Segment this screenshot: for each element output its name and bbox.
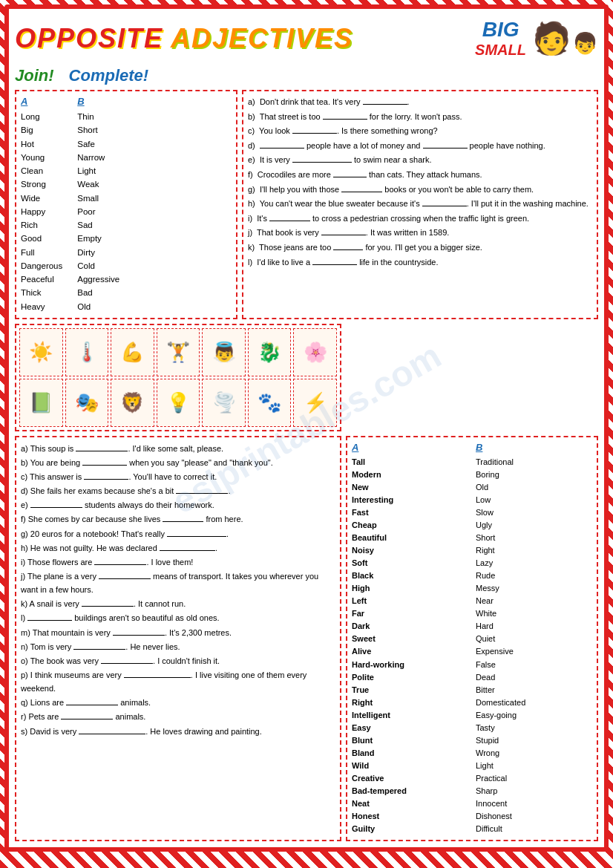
- sentence-item: f) Crocodiles are more than cats. They a…: [248, 169, 592, 182]
- list-item: Stupid: [476, 734, 592, 747]
- sentence-line: j) The plane is a very means of transpor…: [21, 570, 335, 596]
- list-item: Near: [476, 595, 592, 607]
- list-item: Easy-going: [476, 709, 592, 722]
- adj-col-b-header: B: [476, 442, 592, 453]
- bottom-section: a) This soup is . I'd like some salt, pl…: [15, 436, 598, 841]
- header-right: BIG SMALL 🧑 👦: [468, 18, 598, 59]
- sentence-item: g) I'll help you with those books or you…: [248, 183, 592, 197]
- list-item: Happy: [21, 206, 62, 218]
- sentence-line: f) She comes by car because she lives fr…: [21, 512, 335, 526]
- list-item: Dirty: [77, 247, 119, 259]
- list-item: Clean: [21, 165, 62, 177]
- list-item: Light: [476, 760, 592, 772]
- image-cell: 💡: [157, 379, 200, 427]
- title-adjectives: ADJECTIVES: [171, 23, 353, 54]
- list-item: Bad-tempered: [352, 785, 468, 797]
- list-item: Practical: [476, 772, 592, 785]
- image-cell: 📗: [19, 379, 63, 427]
- image-cell: 🦁: [111, 379, 154, 427]
- list-item: Hot: [21, 138, 62, 151]
- list-item: Short: [476, 532, 592, 544]
- image-cell: 🏋️: [157, 328, 200, 376]
- small-text: SMALL: [475, 42, 526, 59]
- list-item: Dark: [352, 620, 468, 633]
- image-cell: 🌪️: [202, 379, 246, 427]
- sentence-item: c) You look . Is there something wrong?: [248, 125, 592, 138]
- sentence-item: e) It is very to swim near a shark.: [248, 154, 592, 167]
- adj-col-b: B Traditional Boring Old Low Slow Ugly S…: [476, 442, 592, 835]
- subheader: Join! Complete!: [15, 66, 598, 85]
- list-item: Domesticated: [476, 696, 592, 709]
- list-item: Easy: [352, 722, 468, 734]
- list-item: Rude: [476, 570, 592, 582]
- image-cell: 🐉: [248, 328, 292, 376]
- sentence-item: j) That book is very . It was written in…: [248, 226, 592, 240]
- image-cell: ⚡: [293, 379, 337, 427]
- list-item: Right: [476, 544, 592, 557]
- list-item: Messy: [476, 582, 592, 595]
- list-item: Empty: [77, 232, 119, 245]
- image-cell: 💪: [111, 328, 154, 376]
- list-item: Old: [77, 301, 119, 313]
- sentences-section: a) This soup is . I'd like some salt, pl…: [15, 436, 341, 841]
- adj-col-a-header: A: [352, 442, 468, 453]
- image-cell: ☀️: [19, 328, 63, 376]
- list-item: Quiet: [476, 633, 592, 645]
- sentence-line: r) Pets are animals.: [21, 710, 335, 723]
- sentence-line: c) This answer is . You'll have to corre…: [21, 470, 335, 483]
- list-item: Innocent: [476, 797, 592, 810]
- title-block: OPPOSITE ADJECTIVES: [15, 23, 353, 54]
- col-a-header: A: [21, 96, 62, 107]
- top-section: A Long Big Hot Young Clean Strong Wide H…: [15, 90, 598, 319]
- list-item: Aggressive: [77, 273, 119, 286]
- sentence-line: a) This soup is . I'd like some salt, pl…: [21, 442, 335, 455]
- col-a: A Long Big Hot Young Clean Strong Wide H…: [21, 96, 62, 313]
- sentence-line: l) buildings aren't so beautiful as old …: [21, 611, 335, 624]
- list-item: Noisy: [352, 544, 468, 557]
- list-item: Hard-working: [352, 659, 468, 671]
- join-section: A Long Big Hot Young Clean Strong Wide H…: [15, 90, 237, 319]
- join-label: Join!: [15, 66, 54, 85]
- list-item: Light: [77, 165, 119, 177]
- list-item: Good: [21, 232, 62, 245]
- sentence-line: n) Tom is very . He never lies.: [21, 640, 335, 653]
- list-item: Heavy: [21, 301, 62, 313]
- list-item: Small: [77, 192, 119, 205]
- list-item: Bland: [352, 747, 468, 760]
- sentence-line: b) You are being when you say "please" a…: [21, 456, 335, 469]
- image-cell: 🌡️: [65, 328, 109, 376]
- sentence-line: q) Lions are animals.: [21, 696, 335, 709]
- list-item: Sad: [77, 219, 119, 232]
- list-item: Guilty: [352, 823, 468, 835]
- list-item: Alive: [352, 645, 468, 658]
- big-text: BIG: [482, 18, 519, 42]
- sentence-item: k) Those jeans are too for you. I'll get…: [248, 241, 592, 255]
- list-item: Left: [352, 595, 468, 607]
- sentence-item: b) That street is too for the lorry. It …: [248, 111, 592, 124]
- sentence-line: e) students always do their homework.: [21, 498, 335, 512]
- list-item: Tall: [352, 456, 468, 469]
- list-item: Weak: [77, 178, 119, 191]
- image-cell: 🎭: [65, 379, 109, 427]
- list-item: Narrow: [77, 151, 119, 164]
- list-item: Thin: [77, 111, 119, 123]
- list-item: Difficult: [476, 823, 592, 835]
- sentence-line: d) She fails her exams because she's a b…: [21, 484, 335, 497]
- list-item: Blunt: [352, 734, 468, 747]
- sentence-line: m) That mountain is very . It's 2,300 me…: [21, 626, 335, 639]
- list-item: Intelligent: [352, 709, 468, 722]
- list-item: Traditional: [476, 456, 592, 469]
- adj-col-a: A Tall Modern New Interesting Fast Cheap…: [352, 442, 468, 835]
- sentence-line: s) David is very . He loves drawing and …: [21, 725, 335, 738]
- list-item: Big: [21, 124, 62, 137]
- list-item: Expensive: [476, 645, 592, 658]
- list-item: Wild: [352, 760, 468, 772]
- cartoon-small-icon: 👦: [572, 33, 598, 54]
- image-cell: 👼: [202, 328, 246, 376]
- image-cell: 🐾: [248, 379, 292, 427]
- list-item: Full: [21, 247, 62, 259]
- list-item: Interesting: [352, 494, 468, 506]
- sentence-item: d) people have a lot of money and people…: [248, 140, 592, 153]
- list-item: Right: [352, 696, 468, 709]
- list-item: Poor: [77, 206, 119, 218]
